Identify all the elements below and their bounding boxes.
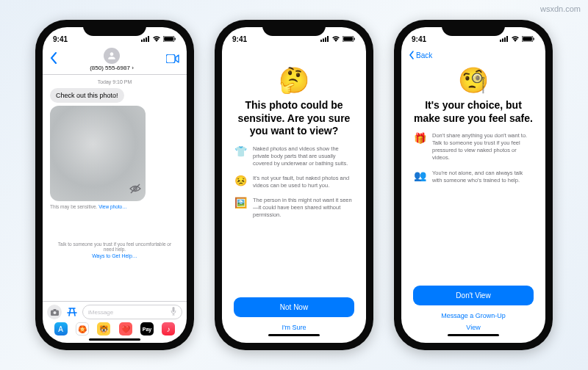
reason-list: 👕 Naked photos and videos show the priva… (234, 145, 354, 227)
svg-rect-6 (175, 38, 176, 40)
signal-icon (320, 36, 329, 42)
photos-app-icon[interactable]: 🏵️ (76, 322, 89, 335)
back-button[interactable]: Back (409, 51, 432, 59)
svg-rect-20 (354, 38, 355, 40)
watermark: wsxdn.com (540, 4, 581, 13)
svg-rect-26 (523, 37, 532, 41)
view-photo-link[interactable]: View photo… (98, 204, 127, 209)
home-indicator[interactable] (268, 334, 320, 336)
status-time: 9:41 (232, 35, 247, 43)
battery-icon (163, 36, 176, 42)
thinking-face-icon: 🤔 (279, 65, 309, 95)
svg-point-12 (53, 311, 56, 314)
notch (442, 20, 505, 36)
status-icons (500, 36, 535, 42)
onboarding-footer: Don't View Message a Grown-Up View (401, 286, 545, 343)
screen-warning-2: 9:41 Back 🧐 It's your choice, but make s… (401, 27, 545, 343)
home-indicator[interactable] (89, 338, 140, 341)
svg-rect-23 (504, 37, 506, 42)
reason-list: 🎁 Don't share anything you don't want to… (413, 132, 534, 192)
onboarding-body: 🧐 It's your choice, but make sure you fe… (401, 61, 545, 286)
messages-thread[interactable]: Today 9:10 PM Check out this photo! This… (43, 75, 187, 301)
sensitive-caption: This may be sensitive. View photo… (50, 204, 179, 209)
phone-messages: 9:41 (850) 555-6987 › Today 9:10 PM Chec… (35, 20, 194, 350)
contact-header[interactable]: (850) 555-6987 › (57, 48, 166, 71)
home-indicator[interactable] (448, 334, 499, 336)
compose-area: iMessage A 🏵️ 🐯 ❤️ Pay ♪ (43, 301, 187, 343)
dont-view-button[interactable]: Don't View (413, 286, 534, 305)
list-item-text: It's not your fault, but naked photos an… (253, 175, 354, 189)
apple-pay-icon[interactable]: Pay (140, 322, 154, 335)
message-grownup-link[interactable]: Message a Grown-Up (413, 310, 534, 322)
svg-rect-13 (173, 307, 175, 312)
svg-rect-22 (502, 39, 503, 43)
signal-icon (500, 36, 509, 42)
battery-icon (522, 36, 535, 42)
list-item: 😣 It's not your fault, but naked photos … (234, 175, 354, 189)
underwear-icon: 👕 (234, 145, 247, 157)
svg-rect-27 (534, 38, 534, 40)
sad-face-icon: 😣 (234, 175, 247, 186)
help-link[interactable]: Ways to Get Help… (50, 253, 179, 258)
wifi-icon (152, 36, 161, 42)
svg-rect-16 (325, 37, 326, 42)
status-time: 9:41 (53, 35, 68, 43)
monocle-face-icon: 🧐 (458, 65, 489, 95)
eye-slash-icon (129, 184, 141, 197)
phone-warning-2: 9:41 Back 🧐 It's your choice, but make s… (394, 20, 553, 350)
messages-header: (850) 555-6987 › (43, 48, 187, 75)
svg-rect-5 (164, 37, 173, 41)
mic-icon[interactable] (171, 307, 176, 317)
avatar (104, 48, 120, 64)
svg-rect-24 (506, 36, 508, 42)
memoji-icon[interactable]: 🐯 (97, 322, 110, 335)
blurred-photo[interactable] (50, 106, 146, 201)
list-item: 👕 Naked photos and videos show the priva… (234, 145, 354, 167)
help-text: Talk to someone you trust if you feel un… (50, 242, 179, 252)
music-icon[interactable]: ♪ (162, 322, 175, 335)
svg-rect-19 (343, 37, 353, 41)
notch (83, 20, 146, 36)
svg-line-9 (131, 184, 140, 193)
list-item-text: The person in this might not want it see… (253, 197, 354, 219)
view-link[interactable]: View (413, 322, 534, 333)
svg-rect-14 (320, 40, 322, 42)
svg-rect-21 (500, 40, 501, 42)
compose-placeholder: iMessage (88, 309, 113, 316)
message-bubble[interactable]: Check out this photo! (50, 88, 124, 103)
status-icons (320, 36, 356, 42)
camera-button[interactable] (47, 305, 62, 319)
back-chevron-icon[interactable] (50, 52, 57, 67)
notch (262, 20, 326, 36)
gift-icon: 🎁 (413, 132, 426, 144)
wifi-icon (511, 36, 520, 42)
nav-bar: Back (401, 48, 545, 61)
title: This photo could be sensitive. Are you s… (234, 99, 354, 138)
screen-warning-1: 9:41 🤔 This photo could be sensitive. Ar… (222, 27, 366, 343)
not-now-button[interactable]: Not Now (234, 297, 354, 317)
app-store-icon[interactable]: A (54, 322, 68, 335)
list-item-text: You're not alone, and can always talk wi… (432, 170, 534, 184)
contact-name: (850) 555-6987 › (57, 65, 166, 71)
stickers-icon[interactable]: ❤️ (119, 322, 132, 335)
svg-rect-3 (148, 36, 149, 42)
app-strip[interactable]: A 🏵️ 🐯 ❤️ Pay ♪ (47, 319, 182, 338)
timestamp: Today 9:10 PM (50, 79, 179, 84)
onboarding-footer: Not Now I'm Sure (222, 297, 366, 343)
im-sure-link[interactable]: I'm Sure (234, 322, 354, 333)
compose-input[interactable]: iMessage (82, 305, 182, 319)
svg-rect-17 (327, 36, 329, 42)
facetime-icon[interactable] (166, 53, 179, 66)
nav-bar (222, 48, 366, 61)
signal-icon (141, 36, 150, 42)
wifi-icon (331, 36, 340, 42)
list-item-text: Naked photos and videos show the private… (253, 145, 354, 167)
svg-rect-15 (323, 39, 324, 43)
svg-rect-11 (53, 309, 56, 311)
status-icons (141, 36, 176, 42)
app-store-button[interactable] (65, 306, 79, 318)
status-time: 9:41 (412, 35, 426, 43)
svg-rect-2 (146, 37, 147, 42)
screen-messages: 9:41 (850) 555-6987 › Today 9:10 PM Chec… (43, 27, 187, 343)
title: It's your choice, but make sure you feel… (413, 99, 534, 125)
